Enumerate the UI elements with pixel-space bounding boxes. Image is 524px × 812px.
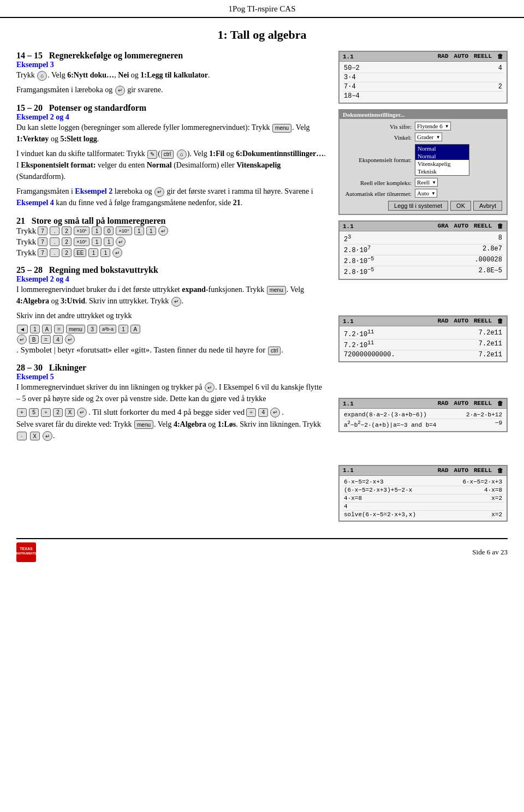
- ok-button[interactable]: OK: [450, 201, 471, 211]
- dialog-row-reell: Reell eller kompleks: Reell: [344, 178, 502, 187]
- calc-row: (6·x−5=2·x+3)+5−2·x4·x=8: [343, 486, 503, 494]
- enter-key-2: ↵: [154, 187, 164, 197]
- enter-key-12: ↵: [43, 431, 52, 441]
- example-label-5: Eksempel 5: [16, 373, 327, 381]
- subsection-heading-14-15: 14 – 15 Regnerekkefølge og lommeregneren: [16, 51, 327, 61]
- key-1f: 1: [88, 248, 98, 257]
- para-28-30-2: Selve svaret får du direkte ved: Trykk m…: [16, 419, 327, 441]
- trykk-line-eq1: + 5 ÷ 2 X ↵ . Til slutt forkorter du med…: [16, 408, 327, 417]
- key-10x-b: ×10ˣ: [116, 226, 132, 235]
- para-14-15-2: Framgangsmåten i læreboka og ↵ gir svare…: [16, 84, 327, 95]
- home-key-2: ⌂: [177, 150, 187, 159]
- svg-text:TEXAS: TEXAS: [20, 547, 33, 551]
- subsection-heading-25-28: 25 – 28 Regning med bokstavuttrykk: [16, 265, 327, 275]
- key-dot-d: ·: [17, 432, 27, 440]
- dropdown-item-normal1[interactable]: Normal: [415, 145, 469, 152]
- para-15-20-1: Du kan slette loggen (beregninger som al…: [16, 122, 327, 145]
- spacer-2: [338, 285, 508, 315]
- calc-screen-3: 1.1 RAD AUTO REELL 🗑 7.2·10117.2e11 7.2·…: [338, 315, 508, 362]
- dropdown-item-vitenskapelig[interactable]: Vitenskapelig: [415, 160, 469, 168]
- home-key: ⌂: [37, 71, 47, 81]
- enter-key-1: ↵: [115, 86, 125, 95]
- para-15-20-2: I vinduet kan du skifte tallformatet: Tr…: [16, 148, 327, 182]
- eksponent-dropdown[interactable]: Normal Normal Vitenskapelig Teknisk: [415, 144, 469, 176]
- key-2a: 2: [62, 226, 72, 235]
- calc-screen-1: 1.1 RAD AUTO REELL 🗑 50−24 3·4 7·42: [338, 51, 508, 104]
- calc-screen-4: 1.1 RAD AUTO REELL 🗑 expand(8·a−2·(3·a+b…: [338, 398, 508, 432]
- calc-row: expand(8·a−2·(3·a+b−6))2·a−2·b+12: [343, 411, 503, 419]
- para-25-28-1: I lommeregnervinduet bruker du i det før…: [16, 284, 327, 307]
- enter-key-10: ↵: [77, 408, 87, 417]
- key-4a: 4: [53, 335, 63, 344]
- trykk-line-3: Trykk 7. 2 EE 11 ↵: [16, 248, 327, 258]
- calc-body-3: 7.2·10117.2e11 7.2·10117.2e11 7200000000…: [340, 326, 507, 361]
- calc-body-1: 50−24 3·4 7·42 18−4: [340, 62, 507, 103]
- legg-til-systemet-button[interactable]: Legg til i systemet: [388, 201, 448, 211]
- dialog-buttons: Legg til i systemet OK Avbryt: [344, 201, 502, 211]
- key-1h: 1: [30, 325, 40, 333]
- key-1a: 1: [92, 226, 102, 235]
- enter-key-4: ↵: [116, 237, 126, 247]
- key-B: B: [29, 335, 39, 344]
- key-menu-3: menu: [66, 325, 85, 333]
- calc-row: 7·42: [343, 82, 503, 92]
- key-10x-a: ×10ˣ: [74, 226, 90, 235]
- key-1i: 1: [118, 325, 128, 333]
- ctrl-key-1: ctrl: [161, 150, 174, 159]
- example-label-3: Eksempel 3: [16, 61, 327, 69]
- enter-key-9: ↵: [205, 383, 215, 392]
- calc-row: 4·x=8x=2: [343, 494, 503, 503]
- dialog-row-auto: Automatisk eller tilnærmet: Auto: [344, 189, 502, 198]
- dropdown-item-normal2[interactable]: Normal: [415, 152, 469, 160]
- calc-row: 50−24: [343, 64, 503, 73]
- para-15-20-3: Framgangsmåten i Eksempel 2 læreboka og …: [16, 186, 327, 208]
- spacer-3: [338, 368, 508, 398]
- page-title: 1: Tall og algebra: [0, 28, 524, 42]
- subsection-heading-28-30: 28 – 30 Likninger: [16, 363, 327, 373]
- dropdown-item-teknisk[interactable]: Teknisk: [415, 168, 469, 175]
- header-text: 1Pog TI-nspire CAS: [228, 4, 295, 13]
- calc-body-2: 238 2.8·1072.8e7 2.8·10−5.000028 2.8·10−…: [340, 231, 507, 279]
- left-column: 14 – 15 Regnerekkefølge og lommeregneren…: [16, 51, 338, 527]
- calc-row: 3·4: [343, 73, 503, 82]
- calc-row: 4: [343, 503, 503, 511]
- calc-row: 6·x−5=2·x+36·x−5=2·x+3: [343, 478, 503, 486]
- trykk-line-2: Trykk 7. 2 ×10ˣ 11 ↵: [16, 237, 327, 247]
- svg-text:INSTRUMENTS: INSTRUMENTS: [16, 552, 36, 555]
- key-7a: 7: [38, 226, 47, 235]
- texas-instruments-logo: TEXAS INSTRUMENTS: [16, 542, 36, 562]
- ctrl-key-2: ctrl: [268, 347, 281, 355]
- key-2c: 2: [62, 248, 72, 257]
- subsection-heading-21: 21 Store og små tall på lommeregneren: [16, 216, 327, 226]
- enter-key-6: ↵: [171, 297, 181, 307]
- menu-key-1: menu: [272, 124, 291, 133]
- example-label-2og4-a: Eksempel 2 og 4: [16, 113, 327, 122]
- para-14-15-1: Trykk ⌂. Velg 6:Nytt doku…, Nei og 1:Leg…: [16, 69, 327, 81]
- calc-header-1: 1.1 RAD AUTO REELL 🗑: [340, 52, 507, 62]
- key-1c: 1: [146, 226, 156, 235]
- key-A-a: A: [42, 325, 52, 333]
- section-25-28: 25 – 28 Regning med bokstavuttrykk Eksem…: [16, 265, 327, 355]
- dialog-row-eksponent: Eksponensielt format: Normal Normal Vite…: [344, 144, 502, 176]
- key-7c: 7: [38, 248, 47, 257]
- key-1b: 1: [134, 226, 144, 235]
- section-15-20: 15 – 20 Potenser og standardform Eksempe…: [16, 103, 327, 208]
- calc-header-5: 1.1 RAD AUTO REELL 🗑: [340, 466, 507, 476]
- key-5: 5: [29, 408, 39, 417]
- calc-row: solve(6·x−5=2·x+3,x)x=2: [343, 511, 503, 518]
- key-1e: 1: [104, 237, 114, 246]
- trykk-line-expr: ◄ 1 A = menu 3 a²b-a 1 A: [16, 325, 327, 333]
- key-2b: 2: [62, 237, 72, 246]
- key-dot-a: .: [50, 226, 59, 235]
- footer-logo: TEXAS INSTRUMENTS: [16, 542, 36, 562]
- key-div2: ÷: [246, 408, 256, 417]
- key-1d: 1: [92, 237, 102, 246]
- dialog-row-vis: Vis sifre: Flytende 6: [344, 122, 502, 130]
- dialog-body: Vis sifre: Flytende 6 Vinkel: Grader Eks…: [340, 119, 507, 214]
- calc-row: 2.8·10−52.8E−5: [343, 266, 503, 277]
- dialog-title: Dokumentinnstillinger...: [340, 110, 507, 119]
- key-2d: 2: [53, 408, 63, 417]
- calc-header-4: 1.1 RAD AUTO REELL 🗑: [340, 399, 507, 409]
- footer-page-number: Side 6 av 23: [472, 548, 508, 557]
- avbryt-button[interactable]: Avbryt: [473, 201, 502, 211]
